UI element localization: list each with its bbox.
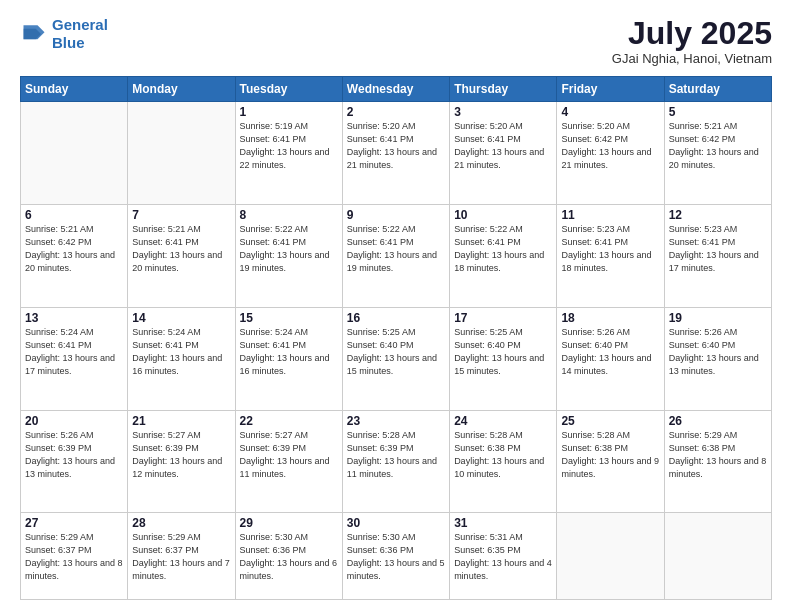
day-info: Sunrise: 5:23 AMSunset: 6:41 PMDaylight:… (669, 223, 767, 275)
calendar-cell: 13Sunrise: 5:24 AMSunset: 6:41 PMDayligh… (21, 307, 128, 410)
col-header-thursday: Thursday (450, 77, 557, 102)
calendar-cell: 4Sunrise: 5:20 AMSunset: 6:42 PMDaylight… (557, 102, 664, 205)
day-number: 1 (240, 105, 338, 119)
logo-line2: Blue (52, 34, 85, 51)
logo-text: General Blue (52, 16, 108, 52)
calendar-cell: 27Sunrise: 5:29 AMSunset: 6:37 PMDayligh… (21, 513, 128, 600)
week-row-5: 27Sunrise: 5:29 AMSunset: 6:37 PMDayligh… (21, 513, 772, 600)
day-info: Sunrise: 5:19 AMSunset: 6:41 PMDaylight:… (240, 120, 338, 172)
day-number: 20 (25, 414, 123, 428)
day-number: 13 (25, 311, 123, 325)
calendar-cell: 25Sunrise: 5:28 AMSunset: 6:38 PMDayligh… (557, 410, 664, 513)
day-info: Sunrise: 5:28 AMSunset: 6:38 PMDaylight:… (454, 429, 552, 481)
day-info: Sunrise: 5:30 AMSunset: 6:36 PMDaylight:… (347, 531, 445, 583)
day-info: Sunrise: 5:22 AMSunset: 6:41 PMDaylight:… (347, 223, 445, 275)
day-info: Sunrise: 5:29 AMSunset: 6:37 PMDaylight:… (132, 531, 230, 583)
logo: General Blue (20, 16, 108, 52)
col-header-sunday: Sunday (21, 77, 128, 102)
day-number: 3 (454, 105, 552, 119)
week-row-2: 6Sunrise: 5:21 AMSunset: 6:42 PMDaylight… (21, 204, 772, 307)
day-info: Sunrise: 5:29 AMSunset: 6:37 PMDaylight:… (25, 531, 123, 583)
day-number: 4 (561, 105, 659, 119)
main-title: July 2025 (612, 16, 772, 51)
calendar-cell: 30Sunrise: 5:30 AMSunset: 6:36 PMDayligh… (342, 513, 449, 600)
calendar-cell: 15Sunrise: 5:24 AMSunset: 6:41 PMDayligh… (235, 307, 342, 410)
day-number: 15 (240, 311, 338, 325)
logo-line1: General (52, 16, 108, 33)
col-header-friday: Friday (557, 77, 664, 102)
day-number: 17 (454, 311, 552, 325)
calendar-cell: 17Sunrise: 5:25 AMSunset: 6:40 PMDayligh… (450, 307, 557, 410)
logo-icon (20, 20, 48, 48)
calendar-cell: 6Sunrise: 5:21 AMSunset: 6:42 PMDaylight… (21, 204, 128, 307)
day-number: 23 (347, 414, 445, 428)
calendar-cell: 9Sunrise: 5:22 AMSunset: 6:41 PMDaylight… (342, 204, 449, 307)
day-info: Sunrise: 5:29 AMSunset: 6:38 PMDaylight:… (669, 429, 767, 481)
calendar-cell: 1Sunrise: 5:19 AMSunset: 6:41 PMDaylight… (235, 102, 342, 205)
calendar-cell (128, 102, 235, 205)
day-info: Sunrise: 5:21 AMSunset: 6:41 PMDaylight:… (132, 223, 230, 275)
title-block: July 2025 GJai Nghia, Hanoi, Vietnam (612, 16, 772, 66)
calendar-cell: 2Sunrise: 5:20 AMSunset: 6:41 PMDaylight… (342, 102, 449, 205)
header: General Blue July 2025 GJai Nghia, Hanoi… (20, 16, 772, 66)
day-info: Sunrise: 5:27 AMSunset: 6:39 PMDaylight:… (240, 429, 338, 481)
day-info: Sunrise: 5:28 AMSunset: 6:38 PMDaylight:… (561, 429, 659, 481)
day-number: 19 (669, 311, 767, 325)
day-number: 6 (25, 208, 123, 222)
col-header-wednesday: Wednesday (342, 77, 449, 102)
subtitle: GJai Nghia, Hanoi, Vietnam (612, 51, 772, 66)
day-number: 7 (132, 208, 230, 222)
day-info: Sunrise: 5:21 AMSunset: 6:42 PMDaylight:… (25, 223, 123, 275)
day-number: 10 (454, 208, 552, 222)
day-number: 12 (669, 208, 767, 222)
day-number: 11 (561, 208, 659, 222)
week-row-1: 1Sunrise: 5:19 AMSunset: 6:41 PMDaylight… (21, 102, 772, 205)
day-info: Sunrise: 5:21 AMSunset: 6:42 PMDaylight:… (669, 120, 767, 172)
calendar-cell: 3Sunrise: 5:20 AMSunset: 6:41 PMDaylight… (450, 102, 557, 205)
day-info: Sunrise: 5:27 AMSunset: 6:39 PMDaylight:… (132, 429, 230, 481)
day-info: Sunrise: 5:31 AMSunset: 6:35 PMDaylight:… (454, 531, 552, 583)
page: General Blue July 2025 GJai Nghia, Hanoi… (0, 0, 792, 612)
col-header-saturday: Saturday (664, 77, 771, 102)
col-header-tuesday: Tuesday (235, 77, 342, 102)
day-info: Sunrise: 5:24 AMSunset: 6:41 PMDaylight:… (132, 326, 230, 378)
calendar-cell (557, 513, 664, 600)
day-info: Sunrise: 5:20 AMSunset: 6:41 PMDaylight:… (454, 120, 552, 172)
day-number: 14 (132, 311, 230, 325)
day-info: Sunrise: 5:20 AMSunset: 6:41 PMDaylight:… (347, 120, 445, 172)
day-number: 2 (347, 105, 445, 119)
day-number: 28 (132, 516, 230, 530)
day-info: Sunrise: 5:25 AMSunset: 6:40 PMDaylight:… (347, 326, 445, 378)
day-info: Sunrise: 5:26 AMSunset: 6:39 PMDaylight:… (25, 429, 123, 481)
calendar-cell: 29Sunrise: 5:30 AMSunset: 6:36 PMDayligh… (235, 513, 342, 600)
day-info: Sunrise: 5:22 AMSunset: 6:41 PMDaylight:… (240, 223, 338, 275)
day-number: 27 (25, 516, 123, 530)
calendar-cell: 31Sunrise: 5:31 AMSunset: 6:35 PMDayligh… (450, 513, 557, 600)
day-info: Sunrise: 5:23 AMSunset: 6:41 PMDaylight:… (561, 223, 659, 275)
day-info: Sunrise: 5:22 AMSunset: 6:41 PMDaylight:… (454, 223, 552, 275)
calendar-cell: 28Sunrise: 5:29 AMSunset: 6:37 PMDayligh… (128, 513, 235, 600)
day-number: 5 (669, 105, 767, 119)
calendar-cell: 26Sunrise: 5:29 AMSunset: 6:38 PMDayligh… (664, 410, 771, 513)
day-number: 9 (347, 208, 445, 222)
calendar-cell: 11Sunrise: 5:23 AMSunset: 6:41 PMDayligh… (557, 204, 664, 307)
day-number: 22 (240, 414, 338, 428)
calendar-cell: 23Sunrise: 5:28 AMSunset: 6:39 PMDayligh… (342, 410, 449, 513)
col-header-monday: Monday (128, 77, 235, 102)
calendar-cell: 18Sunrise: 5:26 AMSunset: 6:40 PMDayligh… (557, 307, 664, 410)
calendar-cell: 8Sunrise: 5:22 AMSunset: 6:41 PMDaylight… (235, 204, 342, 307)
day-number: 25 (561, 414, 659, 428)
day-number: 26 (669, 414, 767, 428)
week-row-4: 20Sunrise: 5:26 AMSunset: 6:39 PMDayligh… (21, 410, 772, 513)
calendar-cell: 16Sunrise: 5:25 AMSunset: 6:40 PMDayligh… (342, 307, 449, 410)
calendar-cell (21, 102, 128, 205)
day-info: Sunrise: 5:20 AMSunset: 6:42 PMDaylight:… (561, 120, 659, 172)
day-number: 24 (454, 414, 552, 428)
calendar-cell: 19Sunrise: 5:26 AMSunset: 6:40 PMDayligh… (664, 307, 771, 410)
day-number: 31 (454, 516, 552, 530)
day-info: Sunrise: 5:24 AMSunset: 6:41 PMDaylight:… (25, 326, 123, 378)
day-info: Sunrise: 5:25 AMSunset: 6:40 PMDaylight:… (454, 326, 552, 378)
week-row-3: 13Sunrise: 5:24 AMSunset: 6:41 PMDayligh… (21, 307, 772, 410)
calendar-cell: 20Sunrise: 5:26 AMSunset: 6:39 PMDayligh… (21, 410, 128, 513)
day-number: 30 (347, 516, 445, 530)
